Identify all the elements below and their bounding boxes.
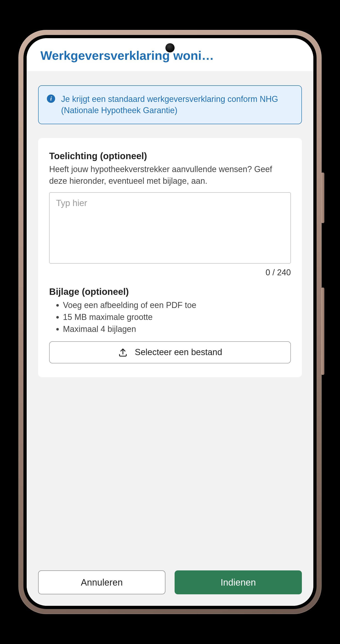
- explanation-description: Heeft jouw hypotheekverstrekker aanvulle…: [49, 164, 291, 187]
- phone-frame: Werkgeversverklaring woni… i Je krijgt e…: [18, 30, 322, 614]
- select-file-button[interactable]: Selecteer een bestand: [49, 341, 291, 364]
- info-banner: i Je krijgt een standaard werkgeversverk…: [38, 85, 302, 124]
- cancel-button[interactable]: Annuleren: [38, 570, 166, 594]
- attachment-rule: Maximaal 4 bijlagen: [63, 323, 291, 335]
- cancel-label: Annuleren: [81, 577, 123, 588]
- submit-button[interactable]: Indienen: [174, 570, 302, 594]
- info-text: Je krijgt een standaard werkgeversverkla…: [61, 94, 293, 116]
- content-area: i Je krijgt een standaard werkgeversverk…: [27, 72, 313, 564]
- phone-bezel: Werkgeversverklaring woni… i Je krijgt e…: [23, 35, 317, 609]
- submit-label: Indienen: [220, 577, 256, 588]
- info-icon: i: [47, 94, 55, 103]
- select-file-label: Selecteer een bestand: [135, 347, 222, 357]
- side-button-1: [321, 172, 324, 223]
- side-button-2: [321, 288, 324, 375]
- attachment-rule: 15 MB maximale grootte: [63, 311, 291, 323]
- attachment-rule: Voeg een afbeelding of een PDF toe: [63, 299, 291, 311]
- explanation-title: Toelichting (optioneel): [49, 151, 291, 161]
- form-card: Toelichting (optioneel) Heeft jouw hypot…: [38, 138, 302, 377]
- footer-actions: Annuleren Indienen: [27, 564, 313, 606]
- front-camera: [166, 43, 174, 52]
- upload-icon: [118, 347, 128, 358]
- explanation-input[interactable]: [49, 192, 291, 264]
- attachment-title: Bijlage (optioneel): [49, 286, 291, 297]
- char-counter: 0 / 240: [49, 268, 291, 278]
- attachment-rules: Voeg een afbeelding of een PDF toe 15 MB…: [49, 299, 291, 335]
- app-screen: Werkgeversverklaring woni… i Je krijgt e…: [27, 38, 313, 606]
